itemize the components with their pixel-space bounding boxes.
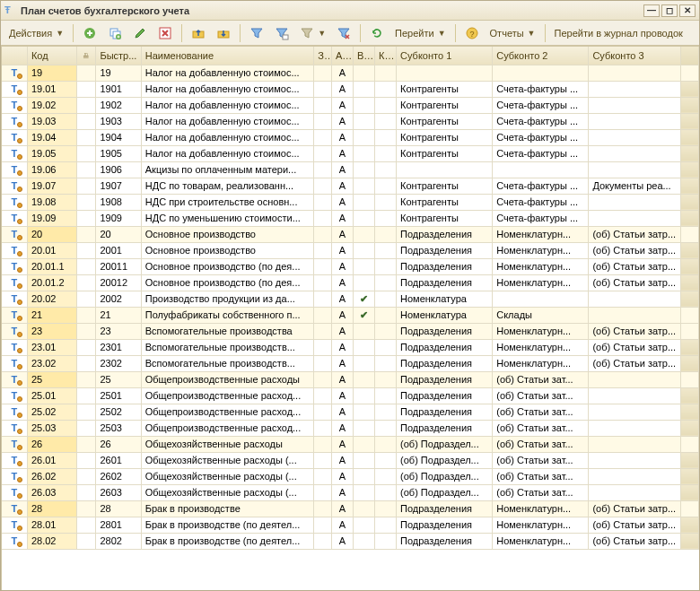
table-row[interactable]: T2626Общехозяйственные расходыА(об) Подр… xyxy=(2,436,699,452)
col-fast[interactable]: Быстр... xyxy=(96,47,141,65)
table-row[interactable]: T19.091909НДС по уменьшению стоимости...… xyxy=(2,210,699,226)
minimize-button[interactable]: — xyxy=(643,4,660,17)
col-v[interactable]: В... xyxy=(353,47,374,65)
account-icon: T xyxy=(7,342,22,352)
col-icon[interactable] xyxy=(2,47,27,65)
code-cell: 19.06 xyxy=(27,161,76,178)
table-row[interactable]: T23.022302Вспомогательные производств...… xyxy=(2,355,699,371)
table-row[interactable]: T23.012301Вспомогательные производств...… xyxy=(2,339,699,355)
table-row[interactable]: T20.01.220012Основное производство (по д… xyxy=(2,274,699,291)
table-row[interactable]: T19.081908НДС при строительстве основн..… xyxy=(2,194,699,210)
maximize-button[interactable]: ◻ xyxy=(661,4,678,17)
col-subkonto1[interactable]: Субконто 1 xyxy=(397,47,493,65)
s1-cell: Номенклатура xyxy=(397,291,493,307)
table-row[interactable]: T28.012801Брак в производстве (по деятел… xyxy=(2,517,699,533)
table-row[interactable]: T19.031903Налог на добавленную стоимос..… xyxy=(2,113,699,129)
col-a[interactable]: А... xyxy=(331,47,353,65)
s3-cell xyxy=(589,81,681,97)
table-row[interactable]: T26.012601Общехозяйственные расходы (...… xyxy=(2,452,699,468)
table-row[interactable]: T20.012001Основное производствоАПодразде… xyxy=(2,242,699,258)
reports-menu[interactable]: Отчеты▼ xyxy=(486,23,540,43)
table-row[interactable]: T19.011901Налог на добавленную стоимос..… xyxy=(2,81,699,97)
s3-cell xyxy=(589,145,681,161)
row-icon-cell: T xyxy=(2,226,27,242)
z-cell xyxy=(314,178,332,194)
col-k[interactable]: К... xyxy=(375,47,397,65)
table-row[interactable]: T20.022002Производство продукции из да..… xyxy=(2,291,699,307)
table-row[interactable]: T19.021902Налог на добавленную стоимос..… xyxy=(2,97,699,113)
table-row[interactable]: T1919Налог на добавленную стоимос...А xyxy=(2,65,699,81)
table-row[interactable]: T2020Основное производствоАПодразделения… xyxy=(2,226,699,242)
separator xyxy=(181,24,182,42)
v-cell xyxy=(353,468,374,484)
table-row[interactable]: T2525Общепроизводственные расходыАПодраз… xyxy=(2,371,699,387)
account-icon: T xyxy=(7,503,22,514)
edit-button[interactable] xyxy=(128,23,152,43)
copy-button[interactable] xyxy=(103,23,127,43)
a-cell: А xyxy=(331,500,353,517)
sort-spacer xyxy=(76,484,96,500)
accounts-grid[interactable]: Код ≞ Быстр... Наименование З... А... В.… xyxy=(1,46,699,590)
table-row[interactable]: T19.071907НДС по товарам, реализованн...… xyxy=(2,178,699,194)
table-row[interactable]: T19.051905Налог на добавленную стоимос..… xyxy=(2,145,699,161)
col-name[interactable]: Наименование xyxy=(141,47,313,65)
sort-spacer xyxy=(76,436,96,452)
add-button[interactable] xyxy=(78,23,101,43)
s3-cell xyxy=(589,404,681,420)
row-icon-cell: T xyxy=(2,210,27,226)
table-row[interactable]: T19.041904Налог на добавленную стоимос..… xyxy=(2,129,699,145)
z-cell xyxy=(314,145,332,161)
fast-cell: 1906 xyxy=(96,161,141,178)
code-cell: 19.01 xyxy=(27,81,76,97)
s2-cell: (об) Статьи зат... xyxy=(493,371,589,387)
scroll-gutter xyxy=(681,484,699,500)
accounts-table: Код ≞ Быстр... Наименование З... А... В.… xyxy=(2,47,699,550)
scroll-gutter xyxy=(681,145,699,161)
scroll-gutter xyxy=(681,226,699,242)
col-z[interactable]: З... xyxy=(314,47,332,65)
journal-button[interactable]: Перейти в журнал проводок xyxy=(550,23,687,43)
table-row[interactable]: T19.061906Акцизы по оплаченным матери...… xyxy=(2,161,699,178)
actions-menu[interactable]: Действия▼ xyxy=(4,23,68,43)
account-icon: T xyxy=(7,132,22,143)
filter-history-button[interactable] xyxy=(270,23,293,43)
k-cell xyxy=(375,291,397,307)
code-cell: 23.01 xyxy=(27,339,76,355)
v-cell xyxy=(353,242,374,258)
clear-filter-button[interactable] xyxy=(332,23,355,43)
journal-label: Перейти в журнал проводок xyxy=(555,28,683,39)
table-row[interactable]: T25.012501Общепроизводственные расход...… xyxy=(2,387,699,404)
col-subkonto2[interactable]: Субконто 2 xyxy=(493,47,589,65)
filter-settings-button[interactable]: ▼ xyxy=(295,23,330,43)
table-row[interactable]: T2323Вспомогательные производстваАПодраз… xyxy=(2,323,699,339)
v-cell xyxy=(353,533,374,549)
fast-cell: 1909 xyxy=(96,210,141,226)
delete-button[interactable] xyxy=(153,23,177,43)
k-cell xyxy=(375,242,397,258)
table-row[interactable]: T25.032503Общепроизводственные расход...… xyxy=(2,420,699,436)
refresh-button[interactable] xyxy=(365,23,389,43)
level-down-button[interactable] xyxy=(212,23,235,43)
table-row[interactable]: T2828Брак в производствеАПодразделенияНо… xyxy=(2,500,699,517)
help-button[interactable]: ? xyxy=(460,23,484,43)
titlebar[interactable]: Ŧ План счетов бухгалтерского учета — ◻ ✕ xyxy=(1,1,699,21)
filter-by-value-button[interactable] xyxy=(245,23,268,43)
v-cell xyxy=(353,436,374,452)
level-up-button[interactable] xyxy=(187,23,210,43)
col-subkonto3[interactable]: Субконто 3 xyxy=(589,47,681,65)
v-cell xyxy=(353,387,374,404)
table-row[interactable]: T20.01.120011Основное производство (по д… xyxy=(2,258,699,274)
table-row[interactable]: T25.022502Общепроизводственные расход...… xyxy=(2,404,699,420)
col-code[interactable]: Код xyxy=(27,47,76,65)
table-row[interactable]: T28.022802Брак в производстве (по деятел… xyxy=(2,533,699,549)
s1-cell xyxy=(397,161,493,178)
table-row[interactable]: T26.032603Общехозяйственные расходы (...… xyxy=(2,484,699,500)
s1-cell: Подразделения xyxy=(397,404,493,420)
goto-menu[interactable]: Перейти▼ xyxy=(390,23,451,43)
table-row[interactable]: T26.022602Общехозяйственные расходы (...… xyxy=(2,468,699,484)
close-button[interactable]: ✕ xyxy=(679,4,696,17)
table-row[interactable]: T2121Полуфабрикаты собственного п...А✔Но… xyxy=(2,307,699,323)
s1-cell: (об) Подраздел... xyxy=(397,484,493,500)
s1-cell: Подразделения xyxy=(397,517,493,533)
col-sort-indicator[interactable]: ≞ xyxy=(76,47,96,65)
